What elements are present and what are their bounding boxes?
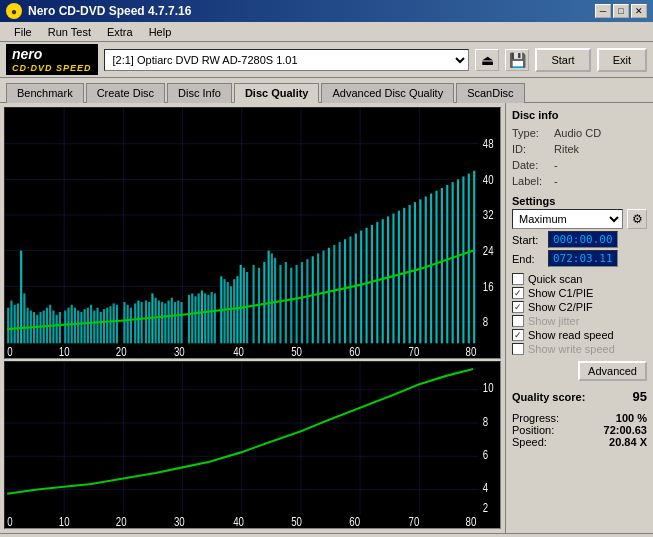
secondary-chart-panel: 10 8 6 4 2 0 10 20 30 40 50 60 70 80 — [4, 361, 501, 529]
show-c1pie-label: Show C1/PIE — [528, 287, 593, 299]
show-write-speed-row: Show write speed — [512, 343, 647, 355]
minimize-button[interactable]: ─ — [595, 4, 611, 18]
svg-rect-94 — [306, 259, 308, 343]
settings-icon-button[interactable]: ⚙ — [627, 209, 647, 229]
svg-rect-46 — [116, 305, 118, 344]
progress-row: Progress: 100 % — [512, 412, 647, 424]
svg-rect-38 — [90, 305, 92, 344]
svg-text:50: 50 — [291, 345, 302, 358]
svg-rect-109 — [387, 216, 389, 343]
eject-icon-button[interactable]: ⏏ — [475, 49, 499, 71]
svg-rect-87 — [271, 253, 273, 343]
svg-rect-79 — [236, 276, 238, 343]
svg-text:24: 24 — [483, 244, 494, 258]
tab-benchmark[interactable]: Benchmark — [6, 83, 84, 103]
svg-rect-110 — [392, 214, 394, 344]
menu-run-test[interactable]: Run Test — [40, 24, 99, 40]
exit-button[interactable]: Exit — [597, 48, 647, 72]
advanced-button[interactable]: Advanced — [578, 361, 647, 381]
svg-text:60: 60 — [349, 514, 360, 527]
svg-rect-69 — [201, 291, 203, 344]
tab-bar: Benchmark Create Disc Disc Info Disc Qua… — [0, 78, 653, 102]
progress-section: Progress: 100 % Position: 72:00.63 Speed… — [512, 412, 647, 448]
position-row: Position: 72:00.63 — [512, 424, 647, 436]
svg-text:48: 48 — [483, 137, 494, 151]
svg-rect-34 — [77, 311, 79, 344]
close-button[interactable]: ✕ — [631, 4, 647, 18]
tab-advanced-disc-quality[interactable]: Advanced Disc Quality — [321, 83, 454, 103]
speed-dropdown[interactable]: Maximum — [512, 209, 623, 229]
right-panel: Disc info Type: Audio CD ID: Ritek Date:… — [505, 103, 653, 533]
svg-rect-18 — [23, 293, 25, 343]
chart-area: 48 40 32 24 16 8 0 10 20 30 40 50 60 70 … — [0, 103, 505, 533]
svg-rect-39 — [93, 311, 95, 344]
disc-label-row: Label: - — [512, 175, 647, 187]
svg-rect-63 — [177, 301, 179, 344]
svg-rect-59 — [164, 303, 166, 343]
svg-rect-93 — [301, 262, 303, 343]
svg-text:40: 40 — [233, 345, 244, 358]
svg-text:8: 8 — [483, 315, 488, 329]
disc-label-label: Label: — [512, 175, 550, 187]
end-value: 072:03.11 — [548, 250, 618, 267]
svg-text:8: 8 — [483, 414, 488, 427]
quick-scan-checkbox[interactable] — [512, 273, 524, 285]
svg-rect-116 — [425, 196, 427, 343]
tab-create-disc[interactable]: Create Disc — [86, 83, 165, 103]
speed-row: Speed: 20.84 X — [512, 436, 647, 448]
position-label: Position: — [512, 424, 554, 436]
date-label: Date: — [512, 159, 550, 171]
start-time-row: Start: 000:00.00 — [512, 231, 647, 248]
svg-rect-104 — [360, 231, 362, 344]
title-bar: ● Nero CD-DVD Speed 4.7.7.16 ─ □ ✕ — [0, 0, 653, 22]
menu-help[interactable]: Help — [141, 24, 180, 40]
show-c1pie-checkbox[interactable] — [512, 287, 524, 299]
svg-rect-96 — [317, 253, 319, 343]
svg-rect-60 — [167, 301, 169, 344]
svg-rect-29 — [59, 312, 61, 343]
position-value: 72:00.63 — [604, 424, 647, 436]
svg-rect-36 — [84, 309, 86, 343]
start-button[interactable]: Start — [535, 48, 590, 72]
show-read-speed-row: Show read speed — [512, 329, 647, 341]
svg-rect-120 — [446, 185, 448, 343]
svg-rect-49 — [130, 308, 132, 344]
end-time-row: End: 072:03.11 — [512, 250, 647, 267]
svg-rect-28 — [56, 315, 58, 344]
svg-text:10: 10 — [59, 514, 70, 527]
svg-rect-83 — [253, 265, 255, 343]
svg-rect-13 — [7, 308, 9, 344]
toolbar: nero CD·DVD SPEED [2:1] Optiarc DVD RW A… — [0, 42, 653, 78]
svg-rect-101 — [344, 239, 346, 343]
tab-disc-quality[interactable]: Disc Quality — [234, 83, 320, 103]
settings-section: Settings Maximum ⚙ Start: 000:00.00 End:… — [512, 195, 647, 267]
svg-rect-66 — [191, 293, 193, 343]
id-value: Ritek — [554, 143, 579, 155]
disc-info-title: Disc info — [512, 109, 647, 121]
menu-extra[interactable]: Extra — [99, 24, 141, 40]
svg-rect-56 — [155, 298, 157, 344]
svg-rect-33 — [74, 308, 76, 344]
svg-rect-107 — [376, 222, 378, 343]
svg-rect-22 — [36, 315, 38, 344]
show-write-speed-checkbox — [512, 343, 524, 355]
main-content: 48 40 32 24 16 8 0 10 20 30 40 50 60 70 … — [0, 102, 653, 533]
save-icon-button[interactable]: 💾 — [505, 49, 529, 71]
svg-text:0: 0 — [7, 345, 12, 358]
show-c2pif-checkbox[interactable] — [512, 301, 524, 313]
disc-type-row: Type: Audio CD — [512, 127, 647, 139]
tab-scan-disc[interactable]: ScanDisc — [456, 83, 524, 103]
menu-file[interactable]: File — [6, 24, 40, 40]
svg-rect-80 — [240, 265, 242, 343]
drive-select[interactable]: [2:1] Optiarc DVD RW AD-7280S 1.01 — [104, 49, 470, 71]
svg-rect-61 — [171, 298, 173, 344]
quality-label: Quality score: — [512, 391, 585, 403]
show-read-speed-checkbox[interactable] — [512, 329, 524, 341]
tab-disc-info[interactable]: Disc Info — [167, 83, 232, 103]
svg-text:16: 16 — [483, 279, 494, 293]
svg-rect-75 — [223, 279, 225, 343]
main-chart-panel: 48 40 32 24 16 8 0 10 20 30 40 50 60 70 … — [4, 107, 501, 359]
svg-text:30: 30 — [174, 514, 185, 527]
start-label: Start: — [512, 234, 544, 246]
maximize-button[interactable]: □ — [613, 4, 629, 18]
